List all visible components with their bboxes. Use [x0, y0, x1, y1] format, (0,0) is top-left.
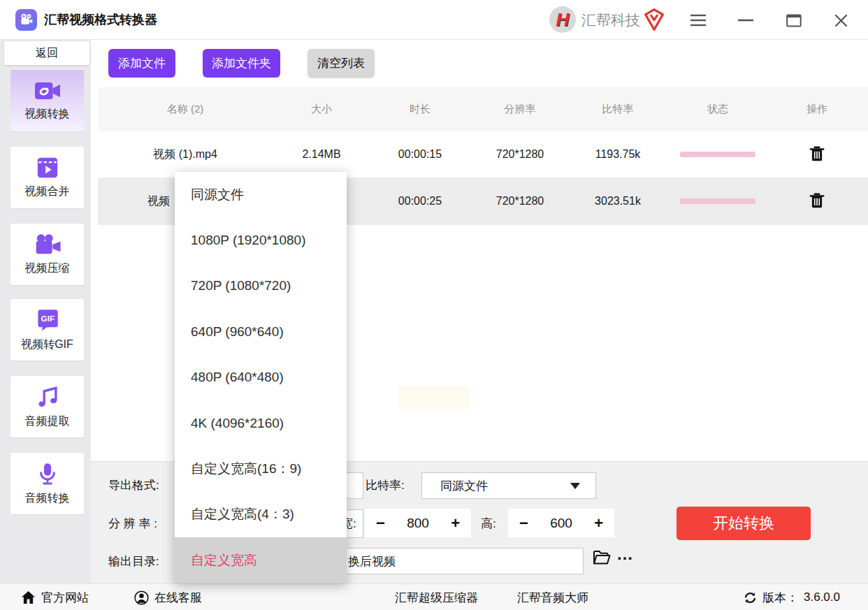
sidebar-item-video-convert[interactable]: 视频转换: [10, 70, 84, 131]
height-minus-button[interactable]: −: [519, 516, 528, 531]
version-info: 版本： 3.6.0.0: [744, 584, 840, 610]
width-minus-button[interactable]: −: [376, 516, 385, 531]
delete-row-button[interactable]: [806, 189, 827, 214]
header-action: 操作: [768, 87, 866, 131]
super-compressor-link[interactable]: 汇帮超级压缩器: [395, 584, 478, 610]
sidebar-item-audio-extract[interactable]: 音频提取: [10, 376, 84, 437]
version-value: 3.6.0.0: [804, 590, 840, 604]
clear-list-button[interactable]: 清空列表: [308, 49, 375, 78]
more-options-button[interactable]: …: [616, 544, 634, 564]
file-bitrate: 1193.75k: [569, 131, 667, 177]
file-duration: 00:00:15: [371, 131, 469, 177]
sidebar-item-label: 音频提取: [25, 414, 70, 429]
browse-folder-button[interactable]: [593, 550, 611, 567]
file-resolution: 720*1280: [471, 177, 569, 225]
watermark: [398, 386, 470, 409]
sidebar-item-label: 视频压缩: [25, 261, 70, 276]
brand-logo-icon: H: [549, 6, 576, 33]
close-button[interactable]: [829, 8, 853, 32]
table-header: 名称 (2) 大小 时长 分辨率 比特率 状态 操作: [98, 87, 868, 131]
header-name: 名称 (2): [115, 87, 255, 131]
person-icon: [134, 590, 149, 605]
file-bitrate: 3023.51k: [569, 177, 667, 225]
add-folder-button[interactable]: 添加文件夹: [203, 49, 280, 78]
file-name: 视频 (1).mp4: [115, 131, 255, 177]
header-bitrate: 比特率: [569, 87, 667, 131]
minimize-button[interactable]: [734, 8, 758, 32]
refresh-icon: [744, 591, 757, 604]
home-icon: [21, 590, 36, 604]
titlebar: 汇帮视频格式转换器 H 汇帮科技: [0, 0, 868, 40]
video-compress-icon: [34, 233, 62, 256]
export-format-label: 导出格式:: [108, 477, 159, 493]
sidebar-item-video-compress[interactable]: 视频压缩: [10, 224, 84, 285]
output-dir-label: 输出目录:: [108, 553, 159, 569]
output-dir-value: 换后视频: [348, 553, 396, 569]
maximize-button[interactable]: [782, 8, 806, 32]
sidebar-item-video-to-gif[interactable]: GIF 视频转GIF: [10, 299, 84, 361]
video-convert-icon: [34, 80, 62, 101]
header-size: 大小: [273, 87, 370, 131]
height-plus-button[interactable]: +: [594, 516, 603, 531]
bitrate-select[interactable]: 同源文件: [421, 472, 596, 499]
sidebar-item-label: 音频转换: [25, 491, 70, 506]
version-label: 版本：: [762, 590, 798, 606]
table-row[interactable]: 视频 (1).mp4 2.14MB 00:00:15 720*1280 1193…: [98, 131, 868, 177]
file-resolution: 720*1280: [471, 131, 569, 177]
back-button[interactable]: 返回: [4, 41, 89, 65]
dropdown-item[interactable]: 自定义宽高(16：9): [175, 446, 347, 491]
add-file-button[interactable]: 添加文件: [108, 49, 175, 78]
progress-bar: [680, 152, 755, 157]
resolution-dropdown-menu: 同源文件 1080P (1920*1080) 720P (1080*720) 6…: [175, 172, 347, 583]
header-duration: 时长: [371, 87, 469, 131]
sidebar-item-video-merge[interactable]: 视频合并: [10, 147, 84, 208]
brand-name: 汇帮科技: [581, 10, 640, 30]
app-icon: [15, 9, 37, 31]
progress-bar: [680, 198, 755, 204]
trash-icon: [809, 192, 825, 209]
app-window: 汇帮视频格式转换器 H 汇帮科技 返回: [0, 0, 868, 610]
sidebar-item-label: 视频合并: [25, 184, 70, 199]
movie-camera-icon: [19, 13, 34, 27]
menu-icon[interactable]: [686, 8, 710, 32]
header-resolution: 分辨率: [471, 87, 569, 131]
dropdown-item[interactable]: 480P (640*480): [175, 355, 347, 400]
dropdown-item[interactable]: 自定义宽高(4：3): [175, 492, 347, 537]
dropdown-item[interactable]: 1080P (1920*1080): [175, 217, 347, 263]
audio-master-link[interactable]: 汇帮音频大师: [517, 584, 588, 610]
video-merge-icon: [36, 157, 59, 179]
bitrate-label: 比特率:: [366, 477, 405, 493]
dropdown-item[interactable]: 720P (1080*720): [175, 263, 347, 309]
width-plus-button[interactable]: +: [451, 516, 460, 531]
height-stepper: − 600 +: [508, 509, 614, 537]
folder-icon: [593, 550, 611, 565]
width-value[interactable]: 800: [407, 516, 429, 531]
dropdown-item[interactable]: 4K (4096*2160): [175, 400, 347, 446]
music-note-icon: [36, 385, 59, 409]
dropdown-item[interactable]: 同源文件: [175, 172, 347, 217]
delete-row-button[interactable]: [806, 143, 827, 167]
sidebar-item-audio-convert[interactable]: 音频转换: [10, 453, 84, 514]
header-status: 状态: [669, 87, 767, 131]
start-convert-button[interactable]: 开始转换: [677, 507, 811, 540]
vip-badge-icon: [643, 8, 665, 34]
microphone-icon: [36, 462, 59, 486]
width-stepper: − 800 +: [365, 509, 471, 537]
bitrate-value: 同源文件: [440, 478, 488, 494]
sidebar-item-label: 视频转换: [25, 107, 70, 122]
resolution-label: 分 辨 率 :: [108, 516, 157, 532]
official-site-link[interactable]: 官方网站: [21, 584, 89, 610]
chevron-down-icon: [570, 483, 580, 489]
sidebar: 返回 视频转换 视频合并: [0, 40, 91, 583]
file-duration: 00:00:25: [371, 177, 469, 225]
sidebar-item-label: 视频转GIF: [21, 337, 73, 352]
svg-text:GIF: GIF: [41, 313, 55, 323]
file-size: 2.14MB: [273, 131, 370, 177]
online-service-link[interactable]: 在线客服: [134, 584, 202, 610]
dropdown-item[interactable]: 640P (960*640): [175, 309, 347, 354]
video-to-gif-icon: GIF: [35, 308, 60, 332]
height-label: 高:: [481, 516, 496, 532]
dropdown-item-selected[interactable]: 自定义宽高: [175, 537, 347, 583]
height-value[interactable]: 600: [550, 516, 572, 531]
statusbar: 官方网站 在线客服 汇帮超级压缩器 汇帮音频大师 版本： 3.6.0.0: [0, 583, 868, 610]
